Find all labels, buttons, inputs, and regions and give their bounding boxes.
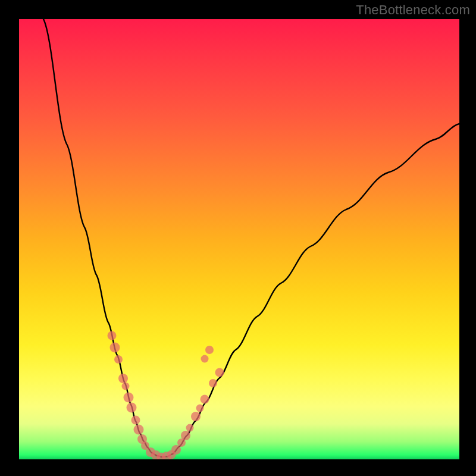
marker-dot [118, 374, 128, 383]
marker-dot [205, 346, 214, 354]
marker-dot [124, 393, 134, 403]
marker-dot [201, 355, 209, 363]
curve-left-branch [43, 19, 152, 453]
marker-dots [108, 331, 224, 460]
chart-frame: TheBottleneck.com [0, 0, 476, 476]
marker-dot [186, 424, 194, 432]
watermark-text: TheBottleneck.com [356, 2, 470, 18]
marker-dot [215, 368, 224, 377]
marker-dot [171, 445, 181, 455]
marker-dot [114, 355, 123, 364]
marker-dot [181, 431, 190, 440]
curve-right-branch [173, 124, 459, 454]
marker-dot [108, 331, 117, 340]
curve-group [43, 19, 459, 457]
marker-dot [209, 379, 217, 387]
marker-dot [134, 425, 144, 435]
marker-dot [191, 412, 201, 421]
marker-dot [201, 395, 209, 404]
marker-dot [110, 343, 120, 353]
marker-dot [127, 403, 137, 413]
marker-dot [196, 405, 204, 412]
marker-dot [131, 416, 140, 425]
curve-plot [19, 19, 459, 459]
marker-dot [122, 383, 130, 390]
